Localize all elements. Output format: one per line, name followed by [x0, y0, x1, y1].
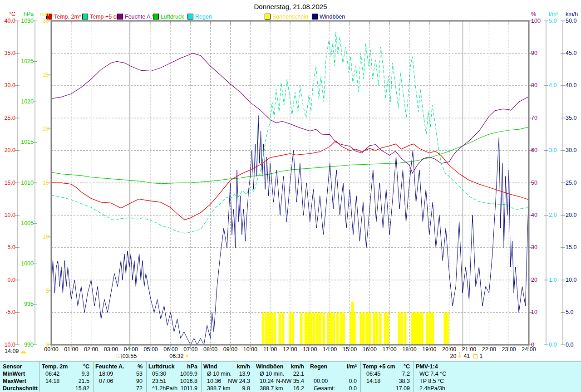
sunrise-marker: 06:32 ☀: [169, 353, 190, 359]
axis-tick-label: 20.0: [566, 212, 581, 219]
table-cell: TP 8.5 °C: [419, 377, 444, 385]
x-tick-label: 17:00: [379, 346, 399, 353]
table-col-unit: °C: [42, 363, 89, 370]
axis-tick-label: 5.0: [549, 18, 562, 24]
x-tick-label: 12:00: [280, 346, 300, 353]
table-separator: [39, 362, 40, 392]
x-tick-label: 05:00: [141, 346, 161, 353]
axis-tick-label: 10.0: [1, 212, 15, 219]
table-row-label: MaxWert: [3, 377, 39, 385]
x-tick-label: 14:00: [320, 346, 340, 353]
table-row-label: Durchschnitt: [3, 385, 39, 392]
axis-tick-label: 40.0: [1, 18, 15, 24]
table-cell: 72: [95, 385, 143, 392]
x-tick-label: 09:00: [221, 346, 241, 353]
table-cell: N-NW 35.4: [256, 377, 304, 385]
axis-tick-label: 15.0: [566, 244, 581, 251]
sunset-marker: 20 ☀↓ 41 1: [450, 353, 483, 359]
table-cell: 0.0: [310, 385, 357, 392]
axis-tick-label: 995: [19, 301, 34, 308]
table-cell: 2.4hPa/3h: [419, 385, 445, 392]
axis-tick-label: 40.0: [566, 82, 581, 89]
table-col-unit: °C: [363, 363, 410, 370]
axis-tick-label: 10: [37, 234, 49, 240]
axis-tick-label: 20: [37, 126, 49, 132]
table-separator: [254, 362, 254, 392]
axis-tick-label: 1000: [19, 260, 34, 267]
axis-tick-label: 2.0: [549, 212, 562, 219]
sunshine-count: 1: [479, 353, 483, 359]
observation-time: 14:09 ☁: [5, 348, 26, 354]
sunset-icon: ☀↓: [457, 353, 463, 359]
axis-tick-label: 20: [531, 277, 545, 284]
table-cell: 13.9: [203, 370, 250, 377]
x-tick-label: 10:00: [240, 346, 260, 353]
table-separator: [146, 362, 147, 392]
sunset-time-right: 41: [463, 353, 470, 359]
axis-tick-label: 1030: [19, 18, 34, 24]
axis-tick-label: 4.0: [549, 82, 562, 89]
x-tick-label: 16:00: [359, 346, 379, 353]
table-cell: 9.8: [203, 385, 250, 392]
axis-tick-label: -10.0: [1, 342, 15, 348]
sunrise-icon: ☀: [185, 353, 190, 359]
x-tick-label: 22:00: [479, 346, 499, 353]
axis-tick-label: 1010: [19, 180, 34, 186]
axis-tick-label: -5.0: [1, 309, 15, 316]
axis-tick-label: 40: [531, 212, 545, 219]
axis-tick-label: 25.0: [1, 115, 15, 122]
x-tick-label: 07:00: [181, 346, 201, 353]
axis-tick-label: 5.0: [566, 309, 581, 316]
axis-tick-label: 10: [531, 309, 545, 316]
x-tick-label: 01:00: [61, 346, 81, 353]
axis-tick-label: 80: [531, 82, 545, 89]
axis-tick-label: 3.0: [549, 147, 562, 154]
table-col-unit: km/h: [203, 363, 250, 370]
axis-tick-label: 0.0: [566, 342, 581, 348]
axis-tick-label: 35.0: [566, 115, 581, 122]
x-tick-label: 13:00: [300, 346, 320, 353]
axis-tick-label: 100: [531, 18, 545, 24]
x-tick-label: 23:00: [499, 346, 519, 353]
observed-time-text: 14:09: [5, 348, 19, 354]
axis-tick-label: 50.0: [566, 18, 581, 24]
table-separator: [360, 362, 361, 392]
weather-chart-window: Donnerstag, 21.08.2025 Temp. 2m*Temp +5 …: [0, 0, 581, 392]
table-cell: 53: [95, 370, 143, 377]
axis-tick-label: 50: [531, 180, 545, 186]
table-cell: 1009.9: [148, 370, 197, 377]
x-tick-label: 08:00: [201, 346, 221, 353]
axis-tick-label: 25.0: [566, 180, 581, 186]
axis-tick-label: 25: [37, 72, 49, 78]
x-tick-label: 03:00: [101, 346, 121, 353]
table-separator: [93, 362, 94, 392]
table-cell: 15.82: [42, 385, 89, 392]
sunshine-count-icon: [473, 354, 478, 358]
stats-table: SensorMinWertMaxWertDurchschnittTemp. 2m…: [0, 361, 581, 392]
moonrise-time: 03:55: [123, 353, 137, 359]
table-col-unit: hPa: [148, 363, 197, 370]
table-cell: 16.2: [256, 385, 304, 392]
table-col-unit: km/h: [256, 363, 304, 370]
axis-tick-label: 1020: [19, 98, 34, 105]
axis-tick-label: 45.0: [566, 50, 581, 57]
table-cell: WC 7.4 °C: [419, 370, 446, 377]
x-tick-label: 18:00: [399, 346, 419, 353]
axis-tick-label: 10.0: [566, 277, 581, 284]
table-cell: 0.0: [310, 377, 357, 385]
axis-tick-label: 30.0: [1, 82, 15, 89]
x-tick-label: 00:00: [41, 346, 61, 353]
moonrise-marker: ▲ 03:55: [117, 353, 137, 359]
axis-tick-label: 0.0: [1, 277, 15, 284]
moonrise-icon: ▲: [117, 354, 122, 358]
x-tick-label: 24:00: [519, 346, 539, 353]
table-cell: 21.5: [42, 377, 89, 385]
axis-tick-label: 1025: [19, 58, 34, 65]
sunrise-time: 06:32: [169, 353, 183, 359]
axis-tick-label: 30.0: [566, 147, 581, 154]
axis-tick-label: 15: [37, 180, 49, 186]
table-row-label: Sensor: [3, 363, 39, 370]
chart-canvas: [0, 0, 581, 361]
axis-tick-label: 1.0: [549, 277, 562, 284]
table-row-label: MinWert: [3, 370, 39, 377]
